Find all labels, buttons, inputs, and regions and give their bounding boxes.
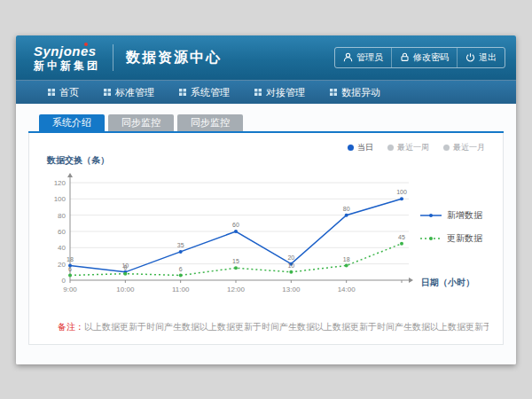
svg-text:13:00: 13:00 [282, 286, 301, 293]
svg-text:100: 100 [54, 195, 66, 203]
chart-legend: 新增数据更新数据 [419, 209, 482, 245]
tab-sync-monitor-1[interactable]: 同步监控 [108, 114, 174, 131]
svg-text:8: 8 [123, 264, 127, 270]
svg-text:60: 60 [232, 222, 239, 228]
nav-item-system-management[interactable]: 系统管理 [167, 81, 242, 104]
nav-item-label: 数据异动 [341, 86, 380, 99]
filter-last-month[interactable]: 最近一月 [443, 142, 485, 153]
nav-item-standard-management[interactable]: 标准管理 [91, 81, 167, 104]
nav-item-home[interactable]: 首页 [35, 81, 91, 104]
svg-text:80: 80 [58, 212, 66, 220]
grid-icon [104, 87, 111, 98]
filter-last-week[interactable]: 最近一周 [387, 142, 429, 153]
y-axis-label: 数据交换（条） [47, 154, 109, 167]
svg-text:40: 40 [58, 244, 66, 252]
content-area: 系统介绍同步监控同步监控 当日最近一周最近一月 数据交换（条） 02040608… [16, 104, 516, 364]
page-title: 数据资源中心 [126, 49, 222, 67]
user-icon [343, 52, 353, 64]
main-nav: 首页标准管理系统管理对接管理数据异动 [16, 80, 516, 104]
legend-line-icon [419, 211, 442, 220]
svg-text:45: 45 [398, 234, 405, 240]
remark-text: 以上数据更新于时间产生数据以上数据更新于时间产生数据以上数据更新于时间产生数据以… [84, 322, 489, 332]
svg-text:6: 6 [179, 266, 183, 272]
app-window: Synjones 新中新集团 数据资源中心 管理员修改密码退出 首页标准管理系统… [16, 35, 516, 364]
line-chart: 0204060801001209:0010:0011:0012:0013:001… [40, 170, 426, 303]
svg-text:14:00: 14:00 [338, 286, 356, 293]
admin-button[interactable]: 管理员 [335, 48, 391, 67]
svg-text:60: 60 [58, 228, 66, 236]
logout-button[interactable]: 退出 [457, 48, 505, 67]
svg-text:6: 6 [68, 266, 72, 272]
svg-text:10: 10 [287, 262, 294, 269]
svg-text:15: 15 [232, 258, 239, 264]
filter-label: 最近一周 [397, 142, 429, 153]
grid-icon [254, 87, 262, 98]
svg-text:10:00: 10:00 [116, 286, 135, 293]
remark-prefix: 备注： [58, 322, 84, 332]
svg-text:12:00: 12:00 [227, 286, 246, 293]
filter-label: 最近一月 [453, 142, 485, 153]
tab-system-intro[interactable]: 系统介绍 [39, 114, 105, 131]
tab-sync-monitor-2[interactable]: 同步监控 [177, 114, 243, 131]
svg-text:18: 18 [66, 256, 74, 262]
brand-logo: Synjones 新中新集团 [34, 44, 100, 71]
svg-text:100: 100 [396, 189, 407, 195]
svg-text:35: 35 [177, 242, 184, 248]
lock-icon [400, 52, 410, 64]
legend-line-icon [419, 234, 442, 243]
svg-text:11:00: 11:00 [172, 286, 190, 293]
legend-label: 新增数据 [447, 209, 482, 222]
svg-text:20: 20 [287, 254, 294, 261]
remark: 备注：以上数据更新于时间产生数据以上数据更新于时间产生数据以上数据更新于时间产生… [58, 321, 489, 333]
grid-icon [179, 87, 186, 98]
chart-panel: 当日最近一周最近一月 数据交换（条） 0204060801001209:0010… [28, 133, 504, 345]
user-actions-group: 管理员修改密码退出 [334, 47, 505, 68]
filter-label: 当日 [357, 142, 373, 153]
nav-item-label: 标准管理 [115, 86, 154, 99]
user-action-label: 修改密码 [413, 51, 449, 64]
legend-item-new-data[interactable]: 新增数据 [419, 209, 482, 222]
x-axis-label: 日期（小时） [421, 277, 474, 289]
user-action-label: 管理员 [356, 51, 383, 64]
brand-logo-subtext: 新中新集团 [34, 60, 100, 72]
svg-text:120: 120 [54, 179, 66, 187]
nav-item-label: 首页 [59, 86, 79, 99]
filter-today[interactable]: 当日 [348, 142, 373, 153]
nav-item-interface-management[interactable]: 对接管理 [242, 81, 317, 104]
svg-text:9:00: 9:00 [63, 286, 77, 293]
tab-bar: 系统介绍同步监控同步监控 [39, 114, 516, 131]
nav-item-data-change[interactable]: 数据异动 [317, 81, 393, 104]
legend-item-updated-data[interactable]: 更新数据 [419, 232, 482, 245]
power-icon [466, 52, 475, 64]
legend-label: 更新数据 [447, 232, 482, 245]
time-filter-legend: 当日最近一周最近一月 [348, 142, 485, 153]
app-header: Synjones 新中新集团 数据资源中心 管理员修改密码退出 [16, 35, 516, 80]
brand-logo-text: Synjones [34, 44, 100, 59]
legend-dot-icon [443, 145, 450, 151]
grid-icon [48, 87, 55, 98]
nav-item-label: 系统管理 [191, 86, 230, 99]
nav-item-label: 对接管理 [266, 86, 305, 99]
svg-text:20: 20 [58, 261, 66, 269]
header-divider [113, 44, 113, 71]
svg-text:18: 18 [343, 256, 350, 262]
svg-text:0: 0 [62, 277, 66, 285]
grid-icon [330, 87, 337, 98]
legend-dot-icon [387, 145, 394, 151]
change-password-button[interactable]: 修改密码 [391, 48, 457, 67]
user-action-label: 退出 [479, 51, 497, 64]
legend-dot-icon [348, 145, 354, 151]
svg-text:80: 80 [343, 206, 350, 212]
logo-accent-dot [84, 43, 88, 46]
